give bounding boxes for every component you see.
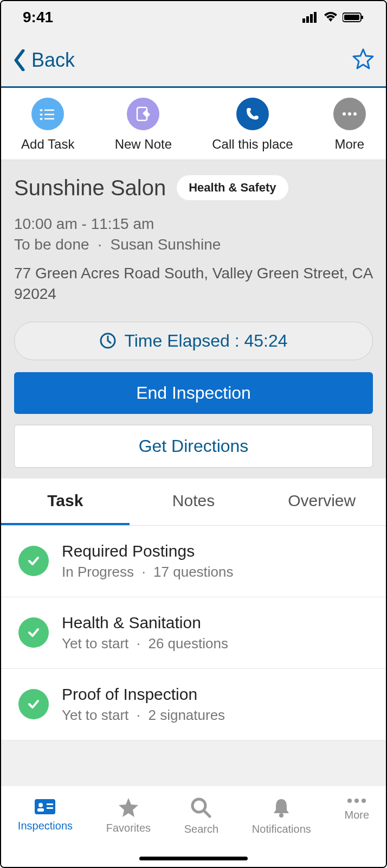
nav-notifications[interactable]: Notifications (252, 797, 311, 835)
tab-overview[interactable]: Overview (257, 478, 386, 525)
get-directions-button[interactable]: Get Directions (14, 425, 373, 468)
nav-favorites[interactable]: Favorites (106, 797, 151, 834)
chevron-left-icon (12, 49, 27, 71)
time-range: 10:00 am - 11:15 am (14, 215, 373, 233)
signal-icon (302, 12, 319, 23)
place-title: Sunshine Salon (14, 176, 166, 200)
more-horizontal-icon (346, 797, 367, 805)
svg-rect-2 (310, 14, 313, 23)
new-note-label: New Note (115, 137, 172, 152)
svg-point-18 (279, 813, 283, 818)
svg-point-21 (362, 799, 366, 803)
status-bar: 9:41 (1, 1, 386, 34)
title-row: Sunshine Salon Health & Safety (14, 175, 373, 200)
nav-notifications-label: Notifications (252, 823, 311, 835)
call-button[interactable]: Call this place (212, 98, 293, 152)
action-row: Add Task New Note Call this place More (1, 88, 386, 160)
svg-rect-3 (314, 12, 317, 23)
task-list: Required Postings In Progress · 17 quest… (1, 526, 386, 741)
back-label: Back (31, 49, 75, 72)
svg-point-13 (38, 803, 43, 807)
bell-icon (272, 797, 291, 819)
contact-name: Susan Sunshine (110, 236, 221, 253)
star-filled-icon (118, 797, 139, 818)
more-icon (333, 98, 366, 130)
separator: · (98, 236, 102, 253)
timer-pill: Time Elapsed : 45:24 (14, 322, 373, 360)
nav-inspections-label: Inspections (18, 820, 73, 832)
check-icon (18, 689, 49, 719)
more-actions-button[interactable]: More (333, 98, 366, 152)
task-subtitle: Yet to start · 26 questions (62, 635, 228, 652)
details-section: Sunshine Salon Health & Safety 10:00 am … (1, 160, 386, 478)
task-row[interactable]: Proof of Inspection Yet to start · 2 sig… (1, 669, 386, 741)
clock-icon (99, 332, 117, 349)
check-icon (18, 546, 49, 576)
star-icon (351, 47, 375, 71)
tabs: Task Notes Overview (1, 478, 386, 526)
task-title: Health & Sanitation (62, 614, 228, 632)
battery-icon (343, 12, 364, 23)
address: 77 Green Acres Road South, Valley Green … (14, 263, 373, 304)
nav-more-label: More (345, 809, 370, 821)
svg-rect-0 (302, 18, 305, 23)
nav-more[interactable]: More (345, 797, 370, 821)
status-time: 9:41 (23, 9, 53, 26)
new-note-button[interactable]: New Note (115, 98, 172, 152)
call-label: Call this place (212, 137, 293, 152)
bottom-nav: Inspections Favorites Search Notificatio… (1, 786, 386, 867)
svg-rect-6 (362, 16, 363, 19)
svg-rect-1 (306, 16, 309, 23)
svg-point-10 (353, 112, 357, 116)
nav-bar: Back (1, 34, 386, 88)
nav-favorites-label: Favorites (106, 822, 151, 834)
nav-search-label: Search (184, 823, 218, 835)
note-icon (127, 98, 159, 130)
task-title: Proof of Inspection (62, 685, 225, 704)
svg-point-8 (343, 112, 346, 116)
favorite-button[interactable] (351, 47, 375, 73)
svg-rect-12 (35, 799, 55, 814)
tab-task[interactable]: Task (1, 478, 130, 525)
add-task-button[interactable]: Add Task (21, 98, 74, 152)
wifi-icon (323, 12, 338, 23)
category-badge: Health & Safety (177, 175, 288, 200)
svg-point-19 (347, 799, 352, 803)
status-icons (302, 12, 364, 23)
svg-rect-16 (47, 807, 53, 809)
back-button[interactable]: Back (12, 49, 75, 72)
checklist-icon (31, 98, 64, 130)
nav-search[interactable]: Search (184, 797, 218, 835)
nav-inspections[interactable]: Inspections (18, 797, 73, 832)
end-inspection-button[interactable]: End Inspection (14, 372, 373, 414)
home-indicator (139, 857, 248, 860)
task-row[interactable]: Required Postings In Progress · 17 quest… (1, 526, 386, 597)
svg-rect-5 (344, 15, 359, 20)
search-icon (190, 797, 212, 819)
task-status-text: To be done (14, 236, 89, 253)
task-subtitle: Yet to start · 2 signatures (62, 707, 225, 724)
timer-text: Time Elapsed : 45:24 (124, 331, 287, 351)
tab-notes[interactable]: Notes (130, 478, 258, 525)
svg-point-20 (354, 799, 359, 803)
task-title: Required Postings (62, 542, 234, 560)
svg-rect-15 (47, 803, 53, 805)
phone-icon (236, 98, 269, 130)
svg-point-9 (348, 112, 351, 116)
svg-rect-14 (37, 808, 44, 812)
task-row[interactable]: Health & Sanitation Yet to start · 26 qu… (1, 597, 386, 669)
id-card-icon (34, 797, 56, 815)
add-task-label: Add Task (21, 137, 74, 152)
status-line: To be done · Susan Sunshine (14, 236, 373, 253)
more-label: More (335, 137, 365, 152)
check-icon (18, 617, 49, 648)
task-subtitle: In Progress · 17 questions (62, 564, 234, 580)
